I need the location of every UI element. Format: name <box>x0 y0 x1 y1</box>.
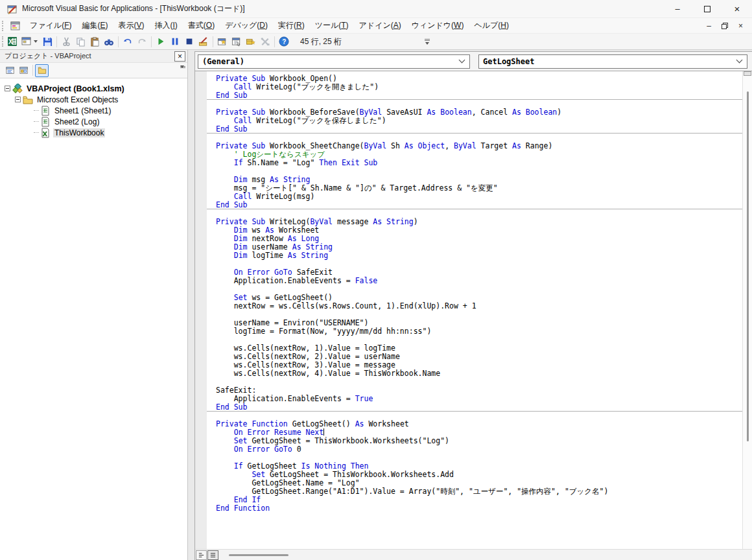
project-explorer-header[interactable]: プロジェクト - VBAProject × <box>0 50 187 62</box>
cut-button[interactable] <box>59 34 73 49</box>
tree-item-sheet2[interactable]: Sheet2 (Log) <box>0 116 187 127</box>
procedure-view-button[interactable] <box>196 550 207 560</box>
tree-item-label: ThisWorkbook <box>53 128 105 137</box>
object-browser-icon <box>246 37 256 47</box>
menu-format[interactable]: 書式(O) <box>183 18 220 33</box>
code-line: nextRow = ws.Cells(ws.Rows.Count, 1).End… <box>207 302 742 310</box>
paste-button[interactable] <box>88 34 102 49</box>
vertical-scrollbar-thumb[interactable] <box>747 91 749 441</box>
undo-button[interactable] <box>121 34 135 49</box>
toolbox-button[interactable] <box>258 34 272 49</box>
split-handle[interactable] <box>744 71 751 76</box>
code-area: Private Sub Workbook_Open() Call WriteLo… <box>195 71 752 549</box>
view-object-button[interactable] <box>17 64 30 77</box>
project-toolbar-overflow-button[interactable] <box>180 66 185 80</box>
window-controls: – × <box>663 0 752 18</box>
mdi-client-area: プロジェクト - VBAProject × <box>0 50 752 560</box>
menu-insert[interactable]: 挿入(I) <box>150 18 183 33</box>
toolbox-icon <box>260 37 270 47</box>
project-explorer-button[interactable] <box>215 34 229 49</box>
menu-help[interactable]: ヘルプ(H) <box>469 18 514 33</box>
collapse-icon[interactable] <box>5 86 10 91</box>
titlebar: Microsoft Visual Basic for Applications … <box>0 0 752 18</box>
tree-item-sheet1[interactable]: Sheet1 (Sheet1) <box>0 105 187 116</box>
insert-userform-button[interactable] <box>19 34 34 49</box>
minimize-button[interactable]: – <box>663 0 692 18</box>
child-restore-button[interactable] <box>722 23 728 29</box>
view-code-icon <box>5 66 16 75</box>
code-line: Dim logTime As String <box>207 251 742 260</box>
tree-item-label: VBAProject (Book1.xlsm) <box>25 84 126 93</box>
menu-run[interactable]: 実行(R) <box>273 18 310 33</box>
maximize-button[interactable] <box>692 0 722 18</box>
toolbar-overflow-button[interactable] <box>425 39 430 45</box>
menu-debug[interactable]: デバッグ(D) <box>220 18 273 33</box>
chevron-down-icon <box>736 57 743 64</box>
code-editor[interactable]: Private Sub Workbook_Open() Call WriteLo… <box>207 71 742 549</box>
reset-button[interactable] <box>182 34 196 49</box>
design-mode-button[interactable] <box>196 34 211 49</box>
object-dropdown[interactable]: (General) <box>198 54 470 69</box>
insert-object-dropdown-arrow[interactable] <box>34 40 38 43</box>
menu-view[interactable]: 表示(V) <box>113 18 149 33</box>
redo-icon <box>137 37 147 46</box>
menu-addins[interactable]: アドイン(A) <box>354 18 406 33</box>
horizontal-scrollbar-thumb[interactable] <box>229 554 288 556</box>
horizontal-scrollbar[interactable] <box>195 549 752 560</box>
toolbar-separator <box>56 36 57 47</box>
tree-item-thisworkbook[interactable]: ThisWorkbook <box>0 127 187 138</box>
menu-file[interactable]: ファイル(F) <box>25 18 76 33</box>
run-button[interactable] <box>154 34 168 49</box>
code-line: Call WriteLog(msg) <box>207 192 742 201</box>
collapse-icon[interactable] <box>15 97 21 102</box>
vertical-scrollbar[interactable] <box>742 71 752 549</box>
child-close-button[interactable]: × <box>738 22 743 30</box>
menu-tools[interactable]: ツール(T) <box>310 18 354 33</box>
mdi-child-controls: – × <box>707 22 743 30</box>
menubar-grip[interactable] <box>2 21 5 31</box>
overflow-arrow-icon <box>425 42 429 45</box>
code-window-icon[interactable] <box>10 21 21 31</box>
code-line: Call WriteLog("ブックを開きました") <box>207 83 742 91</box>
child-minimize-button[interactable]: – <box>707 22 711 30</box>
svg-text:X: X <box>8 38 13 45</box>
worksheet-icon <box>40 117 51 127</box>
find-button[interactable] <box>102 34 116 49</box>
redo-button[interactable] <box>135 34 149 49</box>
tree-guide <box>34 110 39 111</box>
undo-icon <box>123 37 133 46</box>
tree-item-vbaproject[interactable]: VBAProject (Book1.xlsm) <box>0 83 187 94</box>
tree-item-excel-objects[interactable]: Microsoft Excel Objects <box>0 94 187 105</box>
view-microsoft-excel-button[interactable]: X <box>5 34 19 49</box>
margin-indicator-bar[interactable] <box>195 71 207 549</box>
code-line: End Sub <box>207 91 742 100</box>
break-button[interactable] <box>168 34 182 49</box>
menubar: ファイル(F) 編集(E) 表示(V) 挿入(I) 書式(O) デバッグ(D) … <box>0 18 752 34</box>
code-line: End Sub <box>207 403 742 412</box>
procedure-dropdown[interactable]: GetLogSheet <box>478 54 747 69</box>
toggle-folders-button[interactable] <box>35 64 49 77</box>
object-browser-button[interactable] <box>244 34 258 49</box>
save-icon <box>43 37 53 47</box>
full-module-view-button[interactable] <box>207 550 218 560</box>
cut-icon <box>62 37 71 47</box>
properties-window-icon <box>231 37 242 47</box>
run-icon <box>156 37 165 46</box>
tree-item-label: Sheet2 (Log) <box>53 117 100 126</box>
close-button[interactable]: × <box>722 0 752 18</box>
overflow-bars-icon <box>425 39 430 41</box>
project-explorer-close-button[interactable]: × <box>174 51 185 62</box>
copy-button[interactable] <box>73 34 88 49</box>
menu-edit[interactable]: 編集(E) <box>76 18 113 33</box>
menu-window[interactable]: ウィンドウ(W) <box>406 18 469 33</box>
properties-window-button[interactable] <box>229 34 244 49</box>
project-tree: VBAProject (Book1.xlsm) Microsoft Excel … <box>0 78 187 560</box>
save-button[interactable] <box>40 34 54 49</box>
view-code-button[interactable] <box>3 64 17 77</box>
toolbar-separator <box>274 36 275 47</box>
code-line: End Sub <box>207 201 742 209</box>
code-line: Application.EnableEvents = True <box>207 395 742 403</box>
text-caret <box>323 428 324 436</box>
help-button[interactable]: ? <box>277 34 291 49</box>
reset-icon <box>185 37 194 46</box>
